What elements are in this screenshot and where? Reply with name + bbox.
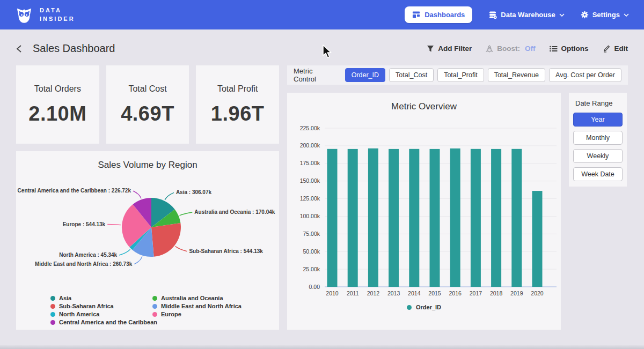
bar-2013[interactable] (389, 149, 399, 287)
metric-control-label: Metric Control (294, 67, 334, 83)
add-filter-label: Add Filter (438, 44, 472, 53)
pie-label-line (107, 225, 121, 225)
boost-label: Boost: (497, 44, 520, 53)
dashboard-grid-icon (412, 11, 420, 19)
legend-dot (50, 304, 55, 309)
x-axis-tick: 2015 (428, 290, 441, 296)
kpi-value: 4.69T (121, 102, 174, 125)
legend-label: Order_ID (416, 304, 441, 310)
add-filter-button[interactable]: Add Filter (427, 44, 472, 53)
bar-chart-card: Metric Overview 0.0025.00k50.00k75.00k10… (287, 93, 561, 330)
brand-logo[interactable]: DATA INSIDER (15, 6, 75, 24)
metric-option-total-revenue[interactable]: Total_Revenue (488, 68, 545, 82)
date-range-option-weekly[interactable]: Weekly (573, 149, 623, 163)
y-axis-tick: 150.00k (300, 177, 320, 184)
bar-chart[interactable]: 0.0025.00k50.00k75.00k100.00k125.00k150.… (287, 113, 561, 302)
pie-legend-item-australia-and-oceania: Australia and Oceania (152, 295, 279, 301)
y-axis-tick: 0.00 (309, 284, 320, 290)
kpi-card-total-orders: Total Orders 2.10M (16, 65, 99, 144)
pie-chart-card: Sales Volume by Region Asia : 306.07kAus… (16, 151, 279, 330)
pie-legend-item-asia: Asia (50, 295, 152, 301)
bar-2014[interactable] (409, 149, 419, 287)
charts-row: Metric Overview 0.0025.00k50.00k75.00k10… (287, 93, 628, 330)
y-axis-tick: 125.00k (300, 195, 320, 202)
pie-slice-label: Middle East and North Africa : 260.73k (35, 261, 133, 267)
pie-legend-item-middle-east-and-north-africa: Middle East and North Africa (152, 303, 279, 309)
nav-settings-label: Settings (592, 11, 620, 19)
options-list-icon (550, 46, 558, 52)
bar-2018[interactable] (491, 149, 501, 287)
x-axis-tick: 2020 (531, 290, 544, 296)
page-header: Sales Dashboard Add Filter Boost: Off (0, 29, 644, 65)
metric-option-total-profit[interactable]: Total_Profit (437, 68, 484, 82)
pie-label-line (134, 256, 142, 264)
boost-toggle[interactable]: Boost: Off (486, 44, 535, 53)
options-button[interactable]: Options (550, 44, 589, 53)
pie-chart-title: Sales Volume by Region (16, 151, 279, 170)
metric-option-order-id[interactable]: Order_ID (345, 68, 385, 82)
kpi-card-total-cost: Total Cost 4.69T (106, 65, 189, 144)
bar-2019[interactable] (511, 149, 522, 287)
bar-2011[interactable] (348, 149, 358, 287)
bar-2015[interactable] (430, 149, 440, 287)
pie-chart-legend: AsiaAustralia and OceaniaSub-Saharan Afr… (16, 295, 279, 325)
y-axis-tick: 100.00k (300, 213, 320, 219)
legend-label: Sub-Saharan Africa (59, 303, 114, 309)
y-axis-tick: 25.00k (303, 266, 320, 272)
legend-dot (50, 296, 55, 301)
nav-data-warehouse[interactable]: Data Warehouse (488, 11, 564, 19)
nav-dashboards-button[interactable]: Dashboards (405, 6, 472, 23)
boost-value: Off (525, 44, 536, 53)
bar-2017[interactable] (471, 149, 481, 287)
date-range-label: Date Range (575, 99, 623, 107)
header-actions: Add Filter Boost: Off Options (427, 44, 628, 53)
legend-label: Central America and the Caribbean (59, 319, 157, 325)
pie-slice-sub-saharan-africa[interactable] (151, 223, 181, 257)
pie-chart[interactable]: Asia : 306.07kAustralia and Oceania : 17… (16, 172, 279, 295)
date-range-option-monthly[interactable]: Monthly (573, 131, 623, 145)
date-range-panel: Date Range YearMonthlyWeeklyWeek Date (569, 93, 627, 187)
legend-dot (152, 304, 157, 309)
x-axis-tick: 2014 (408, 290, 421, 296)
x-axis-tick: 2010 (326, 290, 339, 296)
x-axis-tick: 2019 (510, 290, 523, 296)
pie-label-line (133, 191, 141, 198)
database-icon (488, 11, 497, 19)
back-button[interactable] (16, 44, 22, 53)
navbar-menu: Dashboards Data Warehouse (405, 6, 629, 23)
metric-option-avg-cost-per-order[interactable]: Avg. Cost per Order (549, 68, 621, 82)
pie-slice-label: Asia : 306.07k (176, 189, 212, 195)
page-title: Sales Dashboard (33, 42, 115, 55)
kpi-label: Total Profit (217, 84, 258, 94)
kpi-card-total-profit: Total Profit 1.96T (196, 65, 279, 144)
nav-settings[interactable]: Settings (581, 11, 629, 19)
pie-legend-item-north-america: North America (50, 311, 152, 317)
bar-2010[interactable] (327, 149, 338, 287)
pencil-icon (603, 44, 611, 53)
bar-2020[interactable] (532, 191, 543, 287)
chevron-down-icon (624, 13, 629, 17)
kpi-label: Total Orders (34, 84, 81, 94)
edit-button[interactable]: Edit (603, 44, 628, 53)
kpi-value: 1.96T (211, 102, 265, 125)
nav-dashboards-label: Dashboards (425, 11, 465, 19)
y-axis-tick: 200.00k (300, 142, 320, 148)
bar-chart-legend: Order_ID (287, 304, 561, 310)
data-insider-app: DATA INSIDER Dashboards (0, 0, 644, 349)
legend-dot (152, 296, 157, 301)
y-axis-tick: 50.00k (303, 248, 320, 255)
bar-2016[interactable] (450, 148, 460, 287)
legend-label: Australia and Oceania (161, 295, 223, 301)
metric-option-total-cost[interactable]: Total_Cost (389, 68, 434, 82)
kpi-value: 2.10M (28, 102, 86, 125)
owl-logo-icon (15, 6, 33, 24)
bar-2012[interactable] (368, 148, 378, 287)
date-range-option-year[interactable]: Year (573, 113, 623, 127)
brand-text: DATA INSIDER (40, 6, 75, 24)
brand-line2: INSIDER (40, 15, 75, 24)
pie-slice-label: Sub-Saharan Africa : 544.13k (189, 248, 263, 254)
x-axis-tick: 2017 (470, 290, 482, 296)
date-range-option-week-date[interactable]: Week Date (573, 167, 623, 181)
x-axis-tick: 2018 (490, 290, 503, 296)
filter-icon (427, 45, 434, 53)
